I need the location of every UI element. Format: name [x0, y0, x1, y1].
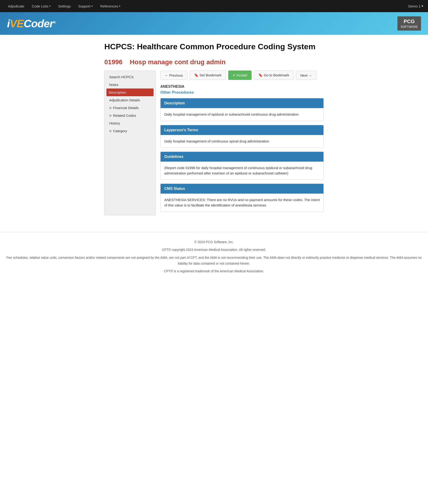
pcg-name: PCG [401, 18, 418, 25]
sidebar-item-notes[interactable]: Notes [105, 81, 156, 89]
footer-cpt-line: CPT© copyright 2023 American Medical Ass… [5, 247, 423, 253]
set-bookmark-button[interactable]: 🔖 Set Bookmark [190, 71, 226, 80]
nav-code-lists-label: Code Lists [32, 4, 48, 8]
sidebar-item-related-codes[interactable]: ⊞ Related Codes [105, 112, 156, 119]
section-sublabel: Other Procedures [160, 90, 324, 95]
card-cms-header: CMS Status [161, 184, 323, 193]
card-laypersons-header: Layperson's Terms [161, 125, 323, 135]
content-area: ← Previous 🔖 Set Bookmark ✔ Accept 🔖 Go … [160, 71, 324, 216]
next-button[interactable]: Next → [296, 71, 316, 80]
chevron-down-icon-references: ▾ [119, 5, 120, 8]
expand-icon-category: ⊞ [109, 129, 112, 133]
nav-references-label: References [100, 4, 118, 8]
sidebar-label-category: Category [113, 129, 127, 133]
footer-disclaimer: Fee schedules, relative value units, con… [5, 255, 423, 267]
previous-button[interactable]: ← Previous [160, 71, 187, 80]
sidebar-item-description[interactable]: Description [107, 89, 154, 96]
sidebar-label-notes: Notes [109, 83, 118, 87]
sidebar-item-category[interactable]: ⊞ Category [105, 127, 156, 135]
sidebar-label-search: Search HCPCS [109, 75, 133, 79]
sidebar: Search HCPCS Notes Description Adjudicat… [104, 71, 156, 215]
logo-coder: Coder [24, 17, 53, 30]
card-description-body: Daily hospital management of epidural or… [161, 108, 323, 121]
card-guidelines-body: (Report code 01996 for daily hospital ma… [161, 162, 323, 180]
user-menu[interactable]: Demo 1 ▾ [408, 4, 423, 8]
logo-registered: ® [53, 20, 56, 24]
expand-icon-related: ⊞ [109, 114, 112, 117]
nav-settings[interactable]: Settings [55, 0, 74, 12]
nav-references[interactable]: References ▾ [97, 0, 124, 12]
card-guidelines: Guidelines (Report code 01996 for daily … [160, 151, 324, 180]
chevron-down-icon-support: ▾ [91, 5, 93, 8]
footer-copyright: © 2024 PCG Software, Inc. [5, 239, 423, 245]
card-guidelines-header: Guidelines [161, 152, 323, 162]
footer-trademark: CPT® is a registered trademark of the Am… [5, 268, 423, 274]
section-label: ANESTHESIA [160, 84, 324, 89]
card-laypersons-body: Daily hospital management of continuous … [161, 135, 323, 148]
logo-i: i [7, 17, 10, 30]
main-content: HCPCS: Healthcare Common Procedure Codin… [100, 35, 328, 223]
sidebar-label-adjudication: Adjudication Details [109, 98, 140, 102]
nav-support-label: Support [78, 4, 91, 8]
main-layout: Search HCPCS Notes Description Adjudicat… [104, 71, 324, 216]
nav-adjudicate[interactable]: Adjudicate [5, 0, 27, 12]
code-number: 01996 [104, 59, 123, 66]
card-cms-body: ANESTHESIA SERVICES: There are no RVUs a… [161, 193, 323, 212]
footer: © 2024 PCG Software, Inc. CPT© copyright… [0, 232, 428, 283]
card-cms-status: CMS Status ANESTHESIA SERVICES: There ar… [160, 184, 324, 212]
pcg-logo: PCG SOFTWARE [397, 16, 421, 31]
sidebar-label-financial: Financial Details [113, 106, 139, 110]
sidebar-label-description: Description [109, 90, 126, 94]
goto-bookmark-button[interactable]: 🔖 Go to Bookmark [254, 71, 294, 80]
toolbar: ← Previous 🔖 Set Bookmark ✔ Accept 🔖 Go … [160, 71, 324, 80]
nav-support[interactable]: Support ▾ [75, 0, 96, 12]
card-description-header: Description [161, 98, 323, 108]
logo: iVECoder® [7, 17, 56, 30]
user-menu-label: Demo 1 [408, 4, 420, 8]
sidebar-item-search-hcpcs[interactable]: Search HCPCS [105, 73, 156, 81]
code-title: Hosp manage cont drug admin [130, 59, 226, 66]
nav-code-lists[interactable]: Code Lists ▾ [28, 0, 54, 12]
sidebar-item-adjudication[interactable]: Adjudication Details [105, 96, 156, 104]
chevron-down-icon: ▾ [49, 5, 51, 8]
card-description: Description Daily hospital management of… [160, 98, 324, 121]
pcg-software: SOFTWARE [401, 25, 418, 29]
expand-icon-financial: ⊞ [109, 106, 112, 109]
card-laypersons: Layperson's Terms Daily hospital managem… [160, 125, 324, 148]
logo-ve: VE [10, 17, 24, 30]
code-heading: 01996 Hosp manage cont drug admin [104, 59, 324, 66]
sidebar-label-related: Related Codes [113, 114, 136, 118]
sidebar-item-history[interactable]: History [105, 119, 156, 127]
sidebar-label-history: History [109, 121, 120, 125]
page-title: HCPCS: Healthcare Common Procedure Codin… [104, 42, 324, 51]
accept-button[interactable]: ✔ Accept [228, 71, 252, 80]
header-banner: iVECoder® PCG SOFTWARE [0, 12, 428, 35]
top-navigation: Adjudicate Code Lists ▾ Settings Support… [0, 0, 428, 12]
chevron-down-icon-user: ▾ [421, 4, 423, 8]
sidebar-item-financial[interactable]: ⊞ Financial Details [105, 104, 156, 112]
nav-left: Adjudicate Code Lists ▾ Settings Support… [5, 0, 124, 12]
